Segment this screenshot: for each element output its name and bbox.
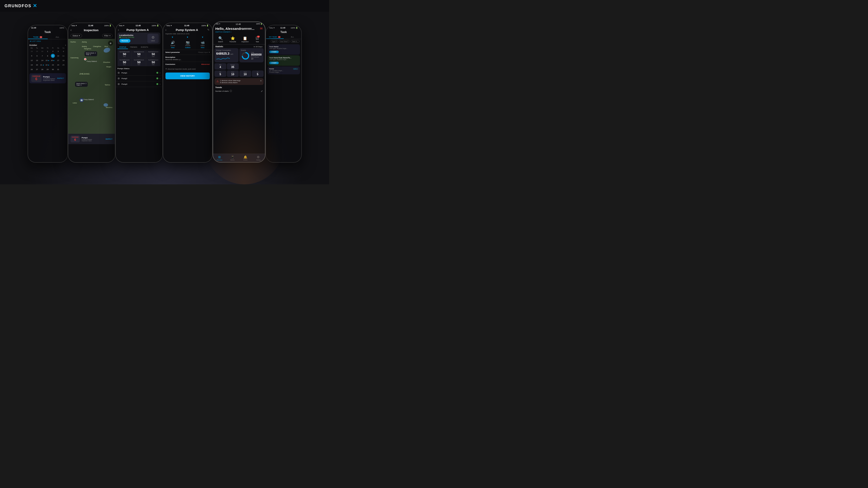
- status-bar-6: Telia ✦ 12.48 100% 🔋: [266, 25, 301, 29]
- pump-icon-3: ⊗: [118, 83, 120, 86]
- p1-filters: ⇄ LIST VIEW: [28, 39, 67, 43]
- tab-task[interactable]: TASK 5: [28, 35, 48, 39]
- task-icon: ☑ 5: [256, 36, 259, 40]
- start-button-1[interactable]: START: [269, 51, 279, 53]
- pump-station-2-label: Pump Station2: [84, 99, 94, 100]
- inspection-icon: 📋: [243, 36, 247, 40]
- p4-title: Pump System A: [176, 28, 198, 32]
- chevron-down-icon-2: ▾: [110, 35, 111, 37]
- map-callout-2: Need check: 2Total: 3: [75, 82, 88, 87]
- phone-task-right: Telia ✦ 12.48 100% 🔋 Task MY TASK 5 ALL …: [266, 25, 302, 163]
- alert-banner: ⚠ 1 devices show Warnings 6 devices show…: [215, 78, 264, 85]
- pump-row-3[interactable]: ⊗ Pump3 ›: [116, 81, 162, 87]
- parameter-select[interactable]: Please input ▾: [198, 51, 210, 53]
- status-bar-2: Telia ✦ 12.48 100% 🔋: [68, 23, 115, 27]
- task-card-2: Task NameTask NameTa... Task type: Routi…: [268, 55, 300, 66]
- map-view[interactable]: Janjing Changzhou Wuxi Xuancheng Zhousha…: [68, 39, 115, 134]
- p2-title: Inspection: [73, 29, 109, 32]
- tab-my-task[interactable]: MY TASK 5: [266, 35, 284, 39]
- events-card: Events Total 8000000 Not Followed 10: [239, 48, 264, 62]
- sensor-row: 🔊 Sound View 📷 Picture Collect 📹 Video V…: [163, 39, 212, 50]
- site4-card: Sit 5: [252, 70, 264, 77]
- status-bar-5: Telia ✦ 12.48 100% 🔋: [213, 22, 265, 25]
- nav-favourite[interactable]: ⭐ Favourite: [227, 35, 239, 43]
- location-card: Location/xx/xx Running Optimally Remote …: [118, 33, 160, 44]
- overview-icon: ⊞: [218, 155, 221, 159]
- alert-close-button[interactable]: ✕: [260, 79, 262, 82]
- chevron-down-icon-6b: ▾: [287, 40, 288, 42]
- task-nav-badge: 5: [257, 36, 260, 37]
- nav-overview[interactable]: ⊞ Overview: [213, 155, 226, 161]
- chevron-down-icon: ▾: [79, 35, 80, 37]
- phones-row: 12.48 100% Task TASK 5 ALL ⇄ LIST VIEW: [0, 18, 329, 163]
- energy-card: Energy Consumption 648925.3 kwh: [215, 48, 239, 62]
- expand-icon[interactable]: ⤢: [261, 90, 263, 92]
- inspect-button[interactable]: INSPECT: [57, 77, 64, 79]
- pumps-card: Pumps 35: [227, 63, 239, 70]
- pd-card: PD 5: [215, 70, 226, 77]
- status-bar-3: Telia ✦ 12.48 100% 🔋: [116, 23, 162, 27]
- switch-owner-btn[interactable]: SWITCH OWNER >: [213, 31, 265, 34]
- pump-row-2[interactable]: ⊗ Pump2 ›: [116, 76, 162, 81]
- p6-filters: Type ▾ Due Time ▾ Task S...: [266, 39, 301, 43]
- sensor-picture: 📷 Picture Collect: [185, 41, 190, 48]
- phone-dashboard: Telia ✦ 12.48 100% 🔋 Hello, Alessandrorr…: [213, 22, 266, 163]
- filter-filter[interactable]: Filter ▾: [102, 34, 113, 37]
- in-progress-badge: In P...: [293, 68, 298, 70]
- view-history-button[interactable]: VIEW HISTORY: [165, 72, 210, 79]
- calendar: October › Mo Tu We Th Fr Sa Su 28 29 30 …: [28, 43, 67, 72]
- back-button[interactable]: ‹: [70, 28, 72, 32]
- tab-events[interactable]: EVENTS: [139, 45, 150, 49]
- bell-icon: 🔔: [243, 155, 247, 159]
- energy-unit: kwh: [230, 53, 233, 55]
- info-icon: ⓘ: [230, 90, 232, 93]
- status-bar-4: Telia ✦ 12.48 100% 🔋: [163, 23, 212, 27]
- back-button-3[interactable]: ‹: [118, 28, 119, 32]
- back-button-4[interactable]: ‹: [165, 28, 166, 32]
- statistic-label: Statistic: [215, 45, 223, 48]
- nav-icons-row: 🔍 Search ⭐ Favourite 📋 Inspection ☑ 5: [213, 34, 265, 44]
- tab-status[interactable]: STATUS: [118, 45, 128, 49]
- pump-row-1[interactable]: ⊗ Pump1 ›: [116, 70, 162, 76]
- sensor-video: 📹 Video View: [200, 41, 205, 48]
- start-button-2[interactable]: START: [269, 62, 279, 64]
- search-icon: 🔍: [218, 36, 223, 40]
- nav-device[interactable]: 📱 Device: [226, 155, 239, 161]
- overdue-badge-2: OVERDUE 6: [70, 135, 80, 142]
- p2-filter-row: Status ▾ Filter ▾: [68, 33, 115, 39]
- due-filter[interactable]: Due Time ▾: [279, 40, 290, 43]
- tab-all-6[interactable]: ALL: [284, 35, 301, 39]
- star-icon: ⭐: [230, 36, 235, 40]
- battery-1: 100%: [59, 27, 64, 29]
- tab-all[interactable]: ALL: [48, 35, 67, 39]
- p3-title: Pump System A: [127, 28, 149, 32]
- status-filter[interactable]: Status ▾: [70, 34, 82, 37]
- inspect-button-2[interactable]: INSPECT: [105, 138, 112, 140]
- phone-pump-inspection: Telia ✦ 12.48 100% 🔋 ‹ Pump System A ✎ I…: [163, 23, 213, 163]
- mail-icon[interactable]: ✉: [260, 27, 263, 30]
- remote-button[interactable]: Remote: [119, 39, 130, 43]
- overdue-badge: OVERDUE 6: [31, 74, 42, 82]
- view-box: ⚙ VIEW: [147, 34, 159, 43]
- nav-task[interactable]: ☑ 5 Task: [251, 35, 264, 43]
- calendar-days: Mo Tu We Th Fr Sa Su: [29, 47, 66, 49]
- device-icon: 📱: [230, 155, 235, 159]
- locations-grid: Site 4 Pumps 35: [213, 63, 265, 70]
- pump-icon-2: ⊗: [118, 77, 120, 80]
- type-filter[interactable]: Type ▾: [271, 40, 278, 43]
- tab-trends[interactable]: TRENDS: [128, 45, 139, 49]
- task-filter[interactable]: Task S...: [291, 40, 300, 43]
- nav-inspection[interactable]: 📋 Inspection: [239, 35, 251, 43]
- p6-title: Task: [266, 29, 301, 35]
- nav-search[interactable]: 🔍 Search: [215, 35, 227, 43]
- nav-events[interactable]: 🔔 Events: [239, 155, 252, 161]
- stat-period: In 30 Days: [254, 46, 263, 48]
- site3-card: Site3 10: [239, 70, 251, 77]
- number-of-starts-row: Number of starts ⓘ ⤢: [213, 89, 265, 93]
- nav-setting[interactable]: ⚙ Setting: [252, 155, 265, 161]
- list-view-btn[interactable]: ⇄ LIST VIEW: [30, 40, 41, 42]
- event-notice: ☰ Abnormal inspection results, push even…: [163, 67, 212, 71]
- map-pin-1: [84, 58, 86, 60]
- map-settings-button[interactable]: ⊕: [108, 41, 113, 46]
- pump-arrow-2: ›: [160, 77, 160, 80]
